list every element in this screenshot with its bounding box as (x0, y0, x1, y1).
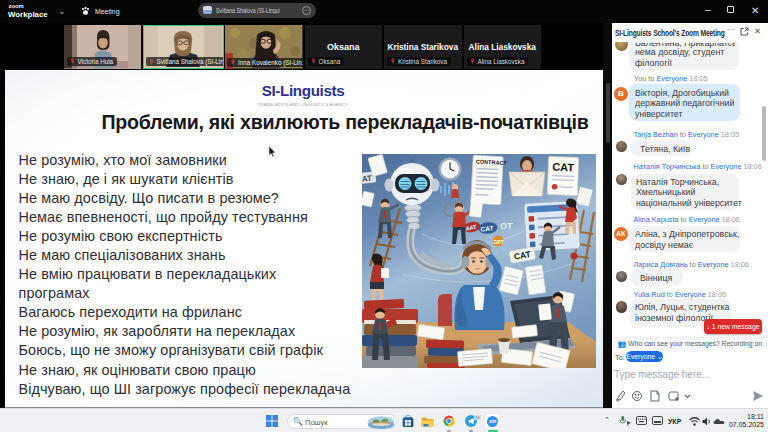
svg-text:OT: OT (500, 221, 513, 231)
svg-text:AT: AT (362, 174, 372, 184)
svg-text:10: 10 (475, 416, 479, 420)
svg-text:CAT: CAT (480, 224, 494, 232)
svg-text:GPT: GPT (494, 239, 504, 245)
svg-text:CAT: CAT (552, 161, 574, 174)
